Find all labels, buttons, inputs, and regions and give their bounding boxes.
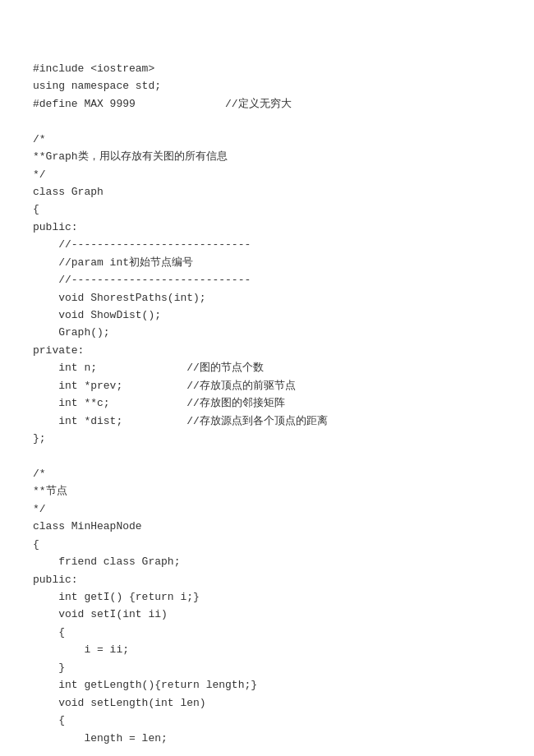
code-line: void setLength(int len) xyxy=(33,694,501,712)
code-line: /* xyxy=(33,465,501,482)
code-line: int **c; //存放图的邻接矩阵 xyxy=(33,394,501,412)
code-line: Graph(); xyxy=(33,324,501,341)
code-line: */ xyxy=(33,166,501,183)
code-line xyxy=(33,448,501,465)
code-line: void ShowDist(); xyxy=(33,307,501,324)
code-line: class Graph xyxy=(33,183,501,201)
code-line: length = len; xyxy=(33,730,501,747)
code-line: int getLength(){return length;} xyxy=(33,676,501,694)
code-line: **节点 xyxy=(33,482,501,500)
code-line: { xyxy=(33,624,501,641)
code-line: private: xyxy=(33,342,501,359)
code-line: int *prev; //存放顶点的前驱节点 xyxy=(33,377,501,394)
code-line: public: xyxy=(33,571,501,588)
code-line: //---------------------------- xyxy=(33,236,501,253)
code-line: int n; //图的节点个数 xyxy=(33,359,501,376)
code-line: i = ii; xyxy=(33,641,501,658)
code-line: public: xyxy=(33,219,501,236)
code-line: friend class Graph; xyxy=(33,553,501,570)
code-line: using namespace std; xyxy=(33,77,501,94)
code-line: class MinHeapNode xyxy=(33,518,501,535)
code-line: /* xyxy=(33,131,501,148)
code-line xyxy=(33,113,501,130)
code-line: void ShorestPaths(int); xyxy=(33,289,501,307)
code-line: { xyxy=(33,536,501,553)
code-line: */ xyxy=(33,500,501,518)
code-line: //---------------------------- xyxy=(33,271,501,288)
code-line: } xyxy=(33,659,501,676)
code-line: }; xyxy=(33,430,501,447)
code-line: { xyxy=(33,201,501,218)
code-line: int getI() {return i;} xyxy=(33,588,501,606)
code-line: #define MAX 9999 //定义无穷大 xyxy=(33,95,501,113)
code-line: void setI(int ii) xyxy=(33,606,501,623)
code-line: #include <iostream> xyxy=(33,60,501,77)
code-line: { xyxy=(33,712,501,729)
code-line: //param int初始节点编号 xyxy=(33,254,501,271)
code-editor: #include <iostream>using namespace std;#… xyxy=(33,25,501,756)
code-line: int *dist; //存放源点到各个顶点的距离 xyxy=(33,413,501,430)
code-line: **Graph类，用以存放有关图的所有信息 xyxy=(33,148,501,165)
